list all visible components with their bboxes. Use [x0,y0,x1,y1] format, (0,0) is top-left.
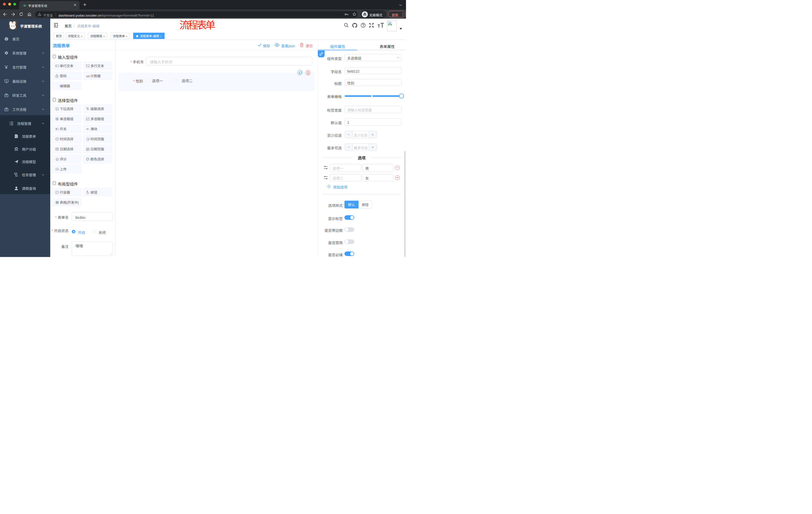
svg-text:123: 123 [86,75,90,77]
